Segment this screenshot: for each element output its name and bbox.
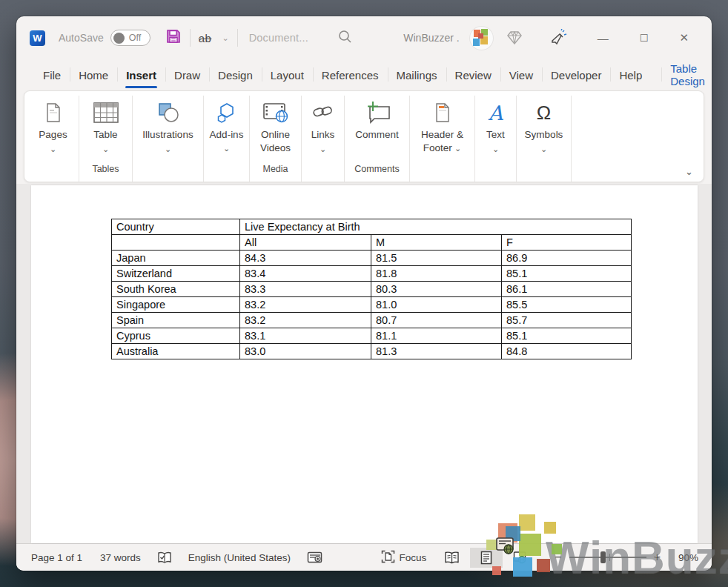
save-icon[interactable] <box>165 28 182 47</box>
table-cell[interactable]: 80.3 <box>371 282 502 297</box>
table-row: Australia83.081.384.8 <box>112 344 632 359</box>
maximize-button[interactable]: ☐ <box>624 16 664 59</box>
tab-view[interactable]: View <box>500 59 542 90</box>
group-label-tables: Tables <box>92 164 119 179</box>
links-icon <box>312 97 334 128</box>
macro-record-icon[interactable] <box>300 551 330 564</box>
comment-icon <box>363 97 391 128</box>
autosave-toggle[interactable]: Off <box>110 30 150 46</box>
document-page[interactable]: CountryLive Expectancy at BirthAllMFJapa… <box>31 185 698 543</box>
table-cell[interactable]: Switzerland <box>112 266 240 282</box>
tab-mailings[interactable]: Mailings <box>388 59 446 90</box>
table-cell[interactable]: 85.7 <box>502 313 632 328</box>
divider <box>190 29 191 47</box>
table-cell[interactable]: 83.2 <box>240 297 371 313</box>
table-cell[interactable]: 86.1 <box>502 282 632 297</box>
table-row: Spain83.280.785.7 <box>112 313 632 328</box>
tab-home[interactable]: Home <box>70 59 117 90</box>
document-table: CountryLive Expectancy at BirthAllMFJapa… <box>111 219 632 359</box>
megaphone-feedback-icon[interactable] <box>536 29 582 47</box>
focus-label: Focus <box>400 552 427 563</box>
minimize-button[interactable]: — <box>582 16 624 59</box>
ribbon-button-symbols[interactable]: Ω Symbols <box>517 96 572 182</box>
chevron-down-icon <box>320 142 326 152</box>
table-cell[interactable]: Live Expectancy at Birth <box>240 219 632 235</box>
tab-file[interactable]: File <box>34 59 70 90</box>
table-cell[interactable]: South Korea <box>112 282 240 297</box>
ribbon-button-illustrations[interactable]: Illustrations <box>133 96 204 182</box>
table-cell[interactable] <box>112 235 240 251</box>
avatar[interactable] <box>470 27 493 50</box>
word-app-icon[interactable]: W <box>30 30 45 46</box>
read-mode-button[interactable] <box>434 548 470 567</box>
table-cell[interactable]: 84.3 <box>240 251 371 266</box>
table-cell[interactable]: Spain <box>112 313 240 328</box>
page-count[interactable]: Page 1 of 1 <box>22 552 91 563</box>
tab-insert[interactable]: Insert <box>117 59 165 90</box>
strikethrough-button[interactable]: ab ⌄ <box>199 32 229 44</box>
table-cell[interactable]: Australia <box>112 344 240 359</box>
table-cell[interactable]: 81.8 <box>371 266 502 282</box>
omega-symbols-icon: Ω <box>537 97 551 128</box>
document-title[interactable]: Document... <box>249 32 308 44</box>
tab-references[interactable]: References <box>313 59 388 90</box>
group-label-comments: Comments <box>354 164 399 179</box>
table-cell[interactable]: 81.1 <box>371 328 502 344</box>
autosave-label: AutoSave <box>59 32 104 44</box>
table-header-row: CountryLive Expectancy at Birth <box>112 219 632 235</box>
tab-review[interactable]: Review <box>446 59 500 90</box>
table-cell[interactable]: Cyprus <box>112 328 240 344</box>
ribbon-button-links[interactable]: Links <box>302 96 345 182</box>
table-cell[interactable]: 83.2 <box>240 313 371 328</box>
header-footer-icon <box>434 97 451 128</box>
table-cell[interactable]: 81.0 <box>371 297 502 313</box>
table-cell[interactable]: 81.5 <box>371 251 502 266</box>
ribbon-button-online-videos[interactable]: Online Videos Media <box>250 96 302 182</box>
search-icon[interactable] <box>338 30 352 47</box>
table-cell[interactable]: 83.1 <box>240 328 371 344</box>
table-cell[interactable]: 83.3 <box>240 282 371 297</box>
strikethrough-icon: ab <box>199 32 212 44</box>
ribbon-button-add-ins[interactable]: Add-ins <box>204 96 250 182</box>
language-selector[interactable]: English (United States) <box>179 552 300 563</box>
table-cell[interactable]: 83.4 <box>240 266 371 282</box>
table-cell[interactable]: Japan <box>112 251 240 266</box>
table-cell[interactable]: Singapore <box>112 297 240 313</box>
focus-mode-button[interactable]: Focus <box>374 550 434 566</box>
ribbon-button-table[interactable]: Table Tables <box>79 96 133 182</box>
tab-table-design[interactable]: Table Design <box>661 59 712 90</box>
word-count[interactable]: 37 words <box>91 552 150 563</box>
add-ins-icon <box>216 97 238 128</box>
table-cell[interactable]: 85.5 <box>502 297 632 313</box>
close-button[interactable]: ✕ <box>664 16 704 59</box>
table-icon <box>93 97 119 128</box>
tab-draw[interactable]: Draw <box>165 59 209 90</box>
table-cell[interactable]: Country <box>112 219 240 235</box>
tab-developer[interactable]: Developer <box>542 59 610 90</box>
table-cell[interactable]: 85.1 <box>502 266 632 282</box>
chevron-down-icon[interactable]: ⌄ <box>222 33 228 43</box>
tab-design[interactable]: Design <box>209 59 262 90</box>
ribbon-button-comment[interactable]: Comment Comments <box>345 96 410 182</box>
table-cell[interactable]: M <box>371 235 502 251</box>
ribbon-button-text[interactable]: A Text <box>475 96 517 182</box>
table-cell[interactable]: 81.3 <box>371 344 502 359</box>
title-bar: W AutoSave Off ab ⌄ Document... WinBuzze… <box>16 16 712 59</box>
proofing-icon[interactable] <box>150 551 179 564</box>
table-cell[interactable]: 86.9 <box>502 251 632 266</box>
account-name[interactable]: WinBuzzer . <box>403 32 459 44</box>
diamond-premium-icon[interactable] <box>493 31 536 44</box>
table-cell[interactable]: 80.7 <box>371 313 502 328</box>
table-cell[interactable]: 85.1 <box>502 328 632 344</box>
tab-help[interactable]: Help <box>610 59 651 90</box>
tab-layout[interactable]: Layout <box>262 59 313 90</box>
ribbon-button-header-footer[interactable]: Header & Footer <box>410 96 475 182</box>
collapse-ribbon-icon[interactable]: ⌄ <box>685 166 693 177</box>
table-cell[interactable]: All <box>240 235 371 251</box>
ribbon-button-pages[interactable]: Pages <box>27 96 79 182</box>
table-cell[interactable]: 83.0 <box>240 344 371 359</box>
chevron-down-icon <box>452 142 461 153</box>
table-cell[interactable]: 84.8 <box>502 344 632 359</box>
online-videos-icon <box>262 97 289 128</box>
table-cell[interactable]: F <box>502 235 632 251</box>
